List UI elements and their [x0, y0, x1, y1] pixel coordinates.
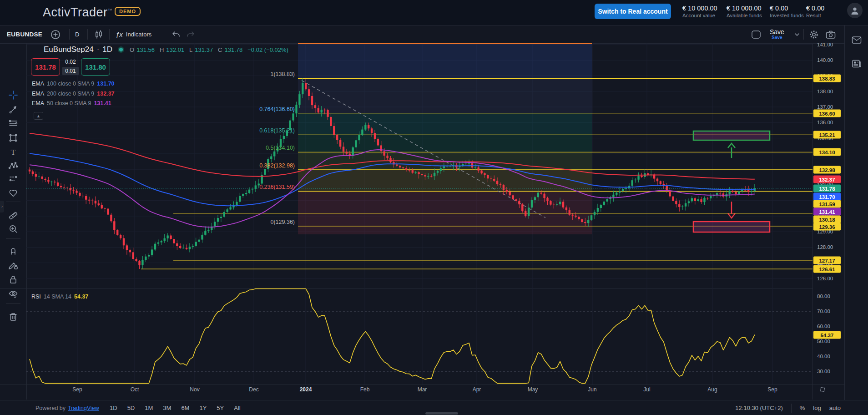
zoom-in-tool[interactable]: [8, 224, 18, 234]
change-readout: −0.02 (−0.02%): [247, 46, 288, 53]
undo-button[interactable]: [171, 25, 181, 43]
shapes-tool[interactable]: [8, 133, 18, 143]
svg-text:0.236(131.59): 0.236(131.59): [259, 184, 295, 190]
pattern-tool[interactable]: [8, 161, 18, 171]
save-button[interactable]: Save Save: [770, 25, 784, 43]
chart-canvas[interactable]: 1(138.83)0.764(136.60)0.618(135.21)0.5(1…: [0, 0, 868, 415]
legend-collapse-button[interactable]: ▲: [34, 112, 43, 120]
candlestick-icon: [94, 30, 104, 40]
rsi-legend[interactable]: RSI 14 SMA 14 54.37: [31, 294, 88, 300]
sell-button[interactable]: 131.78: [31, 58, 60, 76]
drawing-lock-tool[interactable]: [8, 260, 18, 270]
magnet-tool[interactable]: [8, 246, 18, 256]
range-buttons: 1D5D1M3M6M1Y5YAll: [106, 400, 245, 415]
lock-all-tool[interactable]: [8, 274, 18, 284]
trade-widget: 131.78 0.02 0.01 131.80: [31, 58, 110, 76]
time-axis-label: Dec: [249, 386, 258, 393]
switch-to-real-button[interactable]: Switch to Real account: [595, 4, 671, 19]
price-badge: 132.37: [813, 176, 841, 183]
user-avatar[interactable]: [847, 3, 863, 18]
chart-legend: EuBundSep24 · 1D O131.56 H132.01 L131.37…: [44, 45, 288, 54]
svg-text:0.618(135.21): 0.618(135.21): [259, 127, 295, 134]
buy-button[interactable]: 131.80: [81, 58, 110, 76]
forecast-tool[interactable]: [8, 174, 18, 184]
measure-tool[interactable]: [8, 210, 18, 220]
chevron-down-icon: [793, 31, 801, 38]
tradingview-link[interactable]: TradingView: [68, 405, 99, 411]
brand-logo: ActivTrader™: [43, 5, 112, 20]
powered-by: Powered by TradingView: [35, 400, 99, 415]
chart-toolbar: EUBUNDSE D ƒx Indicators: [0, 25, 868, 44]
rsi-badge: 54.37: [813, 331, 841, 339]
redo-button[interactable]: [186, 25, 196, 43]
time-axis-settings-icon[interactable]: [819, 386, 826, 393]
news-icon[interactable]: [851, 58, 862, 69]
svg-text:0.764(136.60): 0.764(136.60): [259, 106, 295, 112]
camera-icon: [825, 30, 836, 40]
hide-drawings-tool[interactable]: [8, 289, 18, 299]
price-badge: 138.83: [813, 75, 841, 82]
mail-icon[interactable]: [851, 35, 862, 46]
legend-separator: ·: [97, 45, 100, 54]
interval-button[interactable]: D: [75, 25, 79, 43]
time-axis-label: Mar: [418, 386, 427, 393]
price-tick: 141.00: [817, 42, 833, 47]
stat-available-funds: € 10 000.00Available funds: [727, 4, 762, 19]
time-axis-label: Jul: [643, 386, 650, 393]
demo-badge: DEMO: [115, 7, 141, 16]
auto-scale-button[interactable]: auto: [829, 405, 841, 411]
price-badge: 135.21: [813, 131, 841, 139]
gear-icon: [809, 30, 819, 40]
log-scale-button[interactable]: log: [813, 405, 821, 411]
rsi-tick: 50.00: [817, 339, 830, 344]
rsi-tick: 70.00: [817, 309, 830, 314]
range-5d[interactable]: 5D: [123, 404, 139, 412]
snapshot-button[interactable]: [825, 25, 836, 43]
crosshair-tool[interactable]: [8, 90, 18, 100]
remove-drawings-tool[interactable]: [8, 312, 18, 322]
indicator-row-ema50[interactable]: EMA50 close 0 SMA 9 131.41: [32, 100, 111, 106]
svg-text:0.5(134.10): 0.5(134.10): [266, 145, 295, 151]
stat-result: € 0.00Result: [806, 4, 824, 19]
emoji-tool[interactable]: [8, 188, 18, 198]
range-1y[interactable]: 1Y: [195, 404, 211, 412]
clock-display[interactable]: 12:10:30 (UTC+2): [735, 405, 782, 411]
layout-button[interactable]: [751, 25, 762, 43]
fx-icon: ƒx: [116, 30, 123, 38]
chart-style-button[interactable]: [94, 25, 104, 43]
scrollbar-pill[interactable]: [425, 412, 458, 415]
chart-settings-button[interactable]: [809, 25, 819, 43]
symbol-search-button[interactable]: EUBUNDSE: [7, 25, 42, 43]
time-axis-label: Sep: [72, 386, 82, 393]
range-5y[interactable]: 5Y: [212, 404, 228, 412]
save-dropdown-button[interactable]: [793, 25, 801, 43]
add-symbol-button[interactable]: [50, 25, 61, 43]
range-1d[interactable]: 1D: [106, 404, 121, 412]
percent-scale-button[interactable]: %: [800, 405, 805, 411]
top-header: ActivTrader™ DEMO Switch to Real account…: [0, 0, 868, 25]
trend-line-tool[interactable]: [8, 105, 18, 115]
text-tool[interactable]: T: [8, 147, 18, 157]
pane-separator[interactable]: [0, 288, 812, 288]
price-tick: 140.00: [817, 57, 833, 63]
svg-text:T: T: [11, 148, 16, 157]
range-all[interactable]: All: [230, 404, 244, 412]
price-tick: 128.00: [817, 244, 833, 250]
range-1m[interactable]: 1M: [141, 404, 157, 412]
fib-lines-tool[interactable]: [8, 118, 18, 128]
symbol-title[interactable]: EuBundSep24: [44, 45, 94, 54]
price-badge: 131.59: [813, 200, 841, 208]
indicators-button[interactable]: ƒx Indicators: [116, 25, 151, 43]
interval-label[interactable]: 1D: [102, 45, 112, 54]
market-open-dot[interactable]: [117, 46, 125, 53]
right-sidebar: [845, 25, 868, 415]
range-3m[interactable]: 3M: [159, 404, 175, 412]
bottom-bar-right: 12:10:30 (UTC+2) % log auto: [735, 400, 841, 415]
price-axis-border: [812, 44, 813, 400]
range-6m[interactable]: 6M: [177, 404, 193, 412]
watchlist-expander[interactable]: ›: [0, 201, 4, 213]
price-tick: 126.00: [817, 276, 833, 281]
indicator-row-ema100[interactable]: EMA100 close 0 SMA 9 131.70: [32, 81, 115, 87]
price-tick: 137.00: [817, 104, 833, 110]
indicator-row-ema200[interactable]: EMA200 close 0 SMA 9 132.37: [32, 91, 115, 97]
